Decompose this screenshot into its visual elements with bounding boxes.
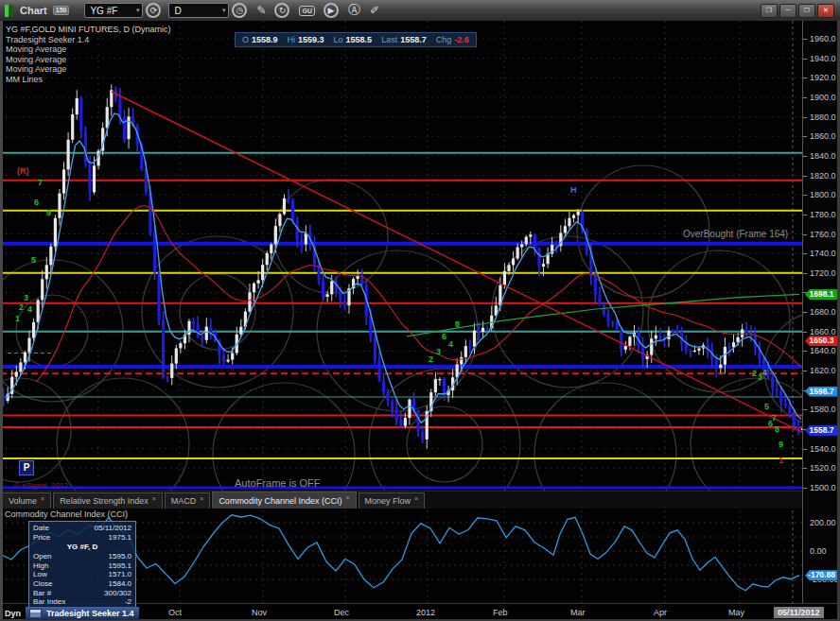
low-label: Lo <box>334 35 343 44</box>
tooltip-row: Open1595.0 <box>33 552 131 561</box>
pointer-mode-badge[interactable]: P <box>19 460 34 475</box>
chevron-down-icon: ▾ <box>222 7 226 14</box>
price-tick <box>803 39 807 40</box>
interval-combo[interactable]: D ▾ <box>168 3 229 18</box>
price-axis-label: 1800.0 <box>810 190 836 199</box>
price-tick <box>803 371 807 371</box>
time-axis-label-2012: 2012 <box>416 608 435 617</box>
seeker-count-marker: 9 <box>779 440 783 449</box>
legend-ma-1: Moving Average <box>6 44 171 55</box>
time-axis-label-oct: Oct <box>168 608 182 617</box>
tab-macd[interactable]: MACD× <box>165 492 211 509</box>
price-axis-label: 1720.0 <box>810 268 836 278</box>
eraser-tool-icon[interactable]: ✐ <box>370 3 379 18</box>
play-replay-icon[interactable]: ▶ <box>324 3 339 18</box>
seeker-count-marker: H <box>570 185 577 195</box>
esignal-copyright: © eSignal, 2012 <box>14 481 68 490</box>
draw-pencil-icon[interactable]: ✎ <box>256 3 266 18</box>
price-axis-label: 1540.0 <box>810 444 836 454</box>
price-tick <box>803 78 807 78</box>
time-axis-label-mar: Mar <box>570 608 586 617</box>
price-tick <box>803 136 807 137</box>
time-axis-label-may: May <box>728 608 744 617</box>
seeker-count-marker: 3 <box>24 293 28 302</box>
quote-board-icon[interactable]: GU <box>299 6 315 16</box>
tooltip-row: Bar Index-2 <box>33 597 131 607</box>
price-flag-1698.1: 1698.1 <box>805 289 838 300</box>
last-value: 1558.7 <box>400 35 427 44</box>
price-tick <box>803 176 807 177</box>
chart-window: Chart 150 YG #F ▾ ⟳ D ▾ ◷ ✎ ↻ GU ▶ Ⓐ ✐ ❐… <box>0 0 840 621</box>
chart-app-icon <box>5 5 13 17</box>
price-axis[interactable]: 1960.01940.01920.01900.01880.01860.01840… <box>802 21 838 603</box>
window-controls: ❐ ─ ☐ ✕ <box>761 4 834 18</box>
seeker-count-marker: 6 <box>442 332 446 341</box>
minimize-window-button[interactable]: ─ <box>779 4 796 18</box>
symbol-description: YG #F,GOLD MINI FUTURES, D (Dynamic) <box>6 25 171 35</box>
high-value: 1559.3 <box>298 35 324 44</box>
open-label: O <box>242 35 249 44</box>
tab-close-icon[interactable]: × <box>414 495 418 502</box>
restore-window-button[interactable]: ❐ <box>761 4 778 18</box>
symbol-combo[interactable]: YG #F ▾ <box>84 3 143 18</box>
tooltip-row: Low1571.0 <box>33 570 131 579</box>
dynamic-mode-label: Dyn <box>5 609 21 618</box>
seeker-count-marker: 3 <box>436 347 441 356</box>
maximize-window-button[interactable]: ☐ <box>798 4 815 18</box>
seeker-count-marker: 7 <box>38 178 43 187</box>
price-tick <box>803 59 807 60</box>
refresh-symbol-icon[interactable]: ⟳ <box>146 3 161 18</box>
chevron-down-icon: ▾ <box>136 7 140 14</box>
price-tick <box>803 312 807 313</box>
tab-close-icon[interactable]: × <box>200 495 203 502</box>
tooltip-row: High1595.1 <box>33 561 131 571</box>
seeker-count-marker: 1 <box>779 456 783 465</box>
price-flag-1650.3: 1650.3 <box>805 336 838 346</box>
seeker-count-marker: 8 <box>455 319 460 329</box>
price-tick <box>803 195 807 196</box>
auto-scale-icon[interactable]: Ⓐ <box>348 3 360 18</box>
seeker-icon <box>29 609 42 618</box>
seeker-count-marker: 2 <box>19 302 24 312</box>
price-axis-label: 1580.0 <box>810 405 836 414</box>
tab-close-icon[interactable]: × <box>152 495 156 502</box>
tab-label: Commodity Channel Index (CCI) <box>219 496 341 506</box>
tab-volume[interactable]: Volume× <box>2 492 51 509</box>
price-axis-label: 1880.0 <box>810 112 836 122</box>
autoframe-status-label: AutoFrame is OFF <box>235 477 320 489</box>
price-axis-label: 1780.0 <box>810 210 836 219</box>
price-axis-label: 1680.0 <box>810 307 836 317</box>
time-interval-icon[interactable]: ◷ <box>232 3 247 18</box>
price-axis-label: 1660.0 <box>810 327 836 336</box>
indicator-tab-strip: Volume×Relative Strength Index×MACD×Comm… <box>0 491 802 509</box>
tab-money-flow[interactable]: Money Flow× <box>359 492 426 509</box>
tab-close-icon[interactable]: × <box>41 495 44 502</box>
price-axis-label: 1740.0 <box>810 249 836 258</box>
last-label: Last <box>381 35 397 44</box>
legend-seeker: Tradesight Seeker 1.4 <box>6 35 171 45</box>
open-value: 1558.9 <box>252 35 278 44</box>
tab-commodity-channel-index-cci-[interactable]: Commodity Channel Index (CCI)× <box>212 492 356 509</box>
price-tick <box>803 234 807 235</box>
reload-data-icon[interactable]: ↻ <box>274 3 289 18</box>
price-axis-label: 1860.0 <box>810 131 836 141</box>
close-window-button[interactable]: ✕ <box>817 4 834 18</box>
tab-relative-strength-index[interactable]: Relative Strength Index× <box>53 492 163 509</box>
high-label: Hi <box>288 35 296 44</box>
interval-value: D <box>174 6 181 16</box>
low-value: 1558.5 <box>346 35 373 44</box>
seeker-count-marker: 4 <box>762 368 767 377</box>
cci-value-flag: -170.88 <box>805 570 838 580</box>
seeker-count-marker: 6 <box>768 419 773 428</box>
main-price-chart[interactable] <box>0 21 802 491</box>
price-tick <box>803 253 807 254</box>
seeker-count-marker: 4 <box>27 304 32 314</box>
quote-summary-bar: O1558.9 Hi1559.3 Lo1558.5 Last1558.7 Chg… <box>235 32 477 47</box>
seeker-count-marker: 2 <box>429 354 433 364</box>
price-axis-label: 1520.0 <box>810 463 836 473</box>
seeker-count-marker: 8 <box>775 424 779 434</box>
tab-close-icon[interactable]: × <box>345 494 349 501</box>
price-flag-1558.7: 1558.7 <box>805 425 838 436</box>
price-tick <box>803 468 807 469</box>
tooltip-row: Close1584.0 <box>33 579 131 589</box>
